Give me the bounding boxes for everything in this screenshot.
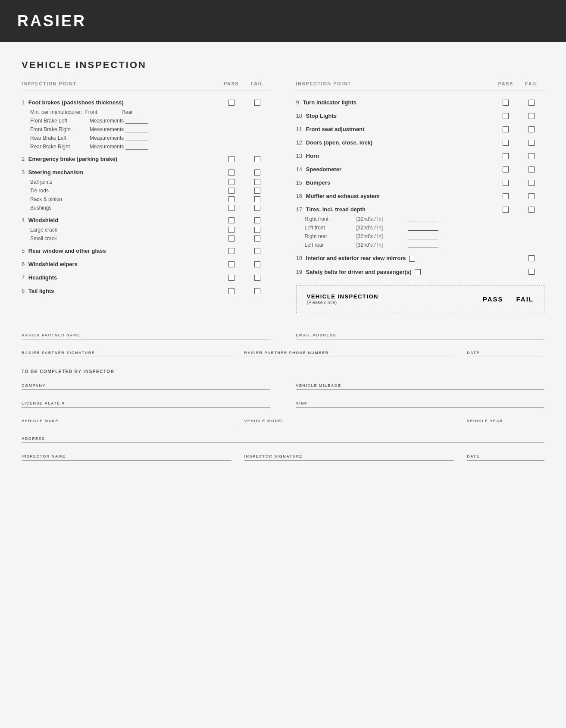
- ball-joints-fail[interactable]: [254, 179, 260, 185]
- inspector-date-label: DATE: [467, 454, 544, 458]
- partner-name-label: RASIER PARTNER NAME: [22, 333, 270, 337]
- inspection-item-5: 5 Rear window and other glass: [22, 245, 270, 256]
- inspection-item-3: 3 Steering mechanism: [22, 167, 270, 178]
- form-row-sig: RASIER PARTNER SIGNATURE RASIER PARTNER …: [22, 344, 544, 361]
- small-crack-pass[interactable]: [228, 235, 235, 242]
- partner-phone-field: RASIER PARTNER PHONE NUMBER: [244, 344, 454, 357]
- item-7-pass-checkbox[interactable]: [228, 275, 235, 281]
- item-6-pass-checkbox[interactable]: [228, 261, 235, 267]
- item-8-fail-checkbox[interactable]: [254, 288, 260, 294]
- item-15-fail-checkbox[interactable]: [528, 180, 535, 186]
- item-2-pass-checkbox[interactable]: [228, 156, 235, 162]
- ball-joints-row: Ball joints: [22, 178, 270, 186]
- item-19-fail-checkbox[interactable]: [528, 269, 535, 275]
- item-10-fail-checkbox[interactable]: [528, 113, 535, 119]
- item-2-fail-checkbox[interactable]: [254, 156, 260, 162]
- left-col-pass: PASS: [219, 81, 244, 86]
- right-column: INSPECTION POINT PASS FAIL 9 Turn indica…: [296, 81, 545, 313]
- inspection-item-17: 17 Tires, incl. tread depth: [296, 204, 545, 215]
- item-18-pass-inline-checkbox[interactable]: [409, 256, 415, 262]
- item-13-fail-checkbox[interactable]: [528, 153, 535, 159]
- tie-rods-fail[interactable]: [254, 188, 260, 194]
- small-crack-fail[interactable]: [254, 235, 260, 242]
- inspector-name-field: INSPECTOR NAME: [22, 447, 231, 461]
- vehicle-model-field: VEHICLE MODEL: [244, 412, 454, 425]
- item-13-pass-checkbox[interactable]: [503, 153, 509, 159]
- summary-fail-label: FAIL: [516, 295, 534, 303]
- inspection-item-18: 18 Interior and exterior rear view mirro…: [296, 253, 545, 264]
- tire-left-rear: Left rear [32nd's / In]: [296, 241, 545, 249]
- form-row-license: LICENSE PLATE # VIN#: [22, 394, 544, 412]
- item-15-pass-checkbox[interactable]: [503, 180, 509, 186]
- item-11-pass-checkbox[interactable]: [503, 126, 509, 132]
- large-crack-row: Large crack: [22, 226, 270, 234]
- vehicle-make-field: VEHICLE MAKE: [22, 412, 231, 425]
- inspection-item-8: 8 Tail lights: [22, 286, 270, 296]
- front-brake-left-row: Front Brake Left Measurements ________: [22, 116, 270, 125]
- bushings-pass[interactable]: [228, 205, 235, 211]
- item-9-pass-checkbox[interactable]: [503, 100, 509, 106]
- item-19-pass-inline-checkbox[interactable]: [415, 269, 421, 275]
- item-10-pass-checkbox[interactable]: [503, 113, 509, 119]
- inspector-name-label: INSPECTOR NAME: [22, 454, 231, 458]
- item-7-fail-checkbox[interactable]: [254, 275, 260, 281]
- item-12-fail-checkbox[interactable]: [528, 140, 535, 146]
- app-title: RASIER: [17, 12, 549, 30]
- make-label: VEHICLE MAKE: [22, 419, 231, 423]
- vehicle-inspection-summary-box: VEHICLE INSPECTION (Please circle) PASS …: [296, 285, 545, 313]
- rack-pinion-fail[interactable]: [254, 196, 260, 202]
- tire-right-rear: Right rear [32nd's / In]: [296, 232, 545, 241]
- item-14-pass-checkbox[interactable]: [503, 166, 509, 173]
- item-1-fail-checkbox[interactable]: [254, 100, 260, 106]
- tire-left-front: Left front [32nd's / In]: [296, 223, 545, 232]
- item-1-pass-checkbox[interactable]: [228, 100, 235, 106]
- item-16-pass-checkbox[interactable]: [503, 193, 509, 199]
- license-label: LICENSE PLATE #: [22, 401, 270, 405]
- left-col-fail: FAIL: [244, 81, 270, 86]
- form-row-vehicle: VEHICLE MAKE VEHICLE MODEL VEHICLE YEAR: [22, 412, 544, 430]
- inspection-item-19: 19 Safety belts for driver and passenger…: [296, 267, 545, 278]
- item-3-pass-checkbox[interactable]: [228, 169, 235, 176]
- inspection-item-4: 4 Windshield: [22, 215, 270, 226]
- summary-box-title: VEHICLE INSPECTION: [307, 293, 378, 300]
- item-9-fail-checkbox[interactable]: [528, 100, 535, 106]
- rack-pinion-pass[interactable]: [228, 196, 235, 202]
- large-crack-pass[interactable]: [228, 227, 235, 233]
- item-8-pass-checkbox[interactable]: [228, 288, 235, 294]
- partner-date-label: DATE: [467, 351, 544, 355]
- item-16-fail-checkbox[interactable]: [528, 193, 535, 199]
- inspection-item-12: 12 Doors (open, close, lock): [296, 137, 545, 148]
- left-col-header: INSPECTION POINT PASS FAIL: [22, 81, 270, 91]
- item-11-fail-checkbox[interactable]: [528, 126, 535, 132]
- year-label: VEHICLE YEAR: [467, 419, 544, 423]
- inspection-grid: INSPECTION POINT PASS FAIL 1 Foot brakes…: [22, 81, 544, 313]
- ball-joints-pass[interactable]: [228, 179, 235, 185]
- item-17-fail-checkbox[interactable]: [528, 207, 535, 213]
- item-5-fail-checkbox[interactable]: [254, 248, 260, 254]
- inspection-item-9: 9 Turn indicator lights: [296, 97, 545, 108]
- inspection-item-1: 1 Foot brakes (pads/shoes thickness): [22, 97, 270, 108]
- inspection-item-14: 14 Speedometer: [296, 164, 545, 175]
- mileage-field: VEHICLE MILEAGE: [296, 377, 545, 390]
- item-17-pass-checkbox[interactable]: [503, 207, 509, 213]
- inspector-sig-field: INSPECTOR SIGNATURE: [244, 447, 454, 461]
- item-18-fail-checkbox[interactable]: [528, 255, 535, 261]
- form-row-1: RASIER PARTNER NAME EMAIL ADDRESS: [22, 326, 544, 344]
- item-3-fail-checkbox[interactable]: [254, 169, 260, 176]
- item-6-fail-checkbox[interactable]: [254, 261, 260, 267]
- item-14-fail-checkbox[interactable]: [528, 166, 535, 173]
- email-field: EMAIL ADDRESS: [296, 326, 545, 339]
- rack-pinion-row: Rack & pinion: [22, 195, 270, 204]
- small-crack-row: Small crack: [22, 234, 270, 243]
- item-5-pass-checkbox[interactable]: [228, 248, 235, 254]
- tie-rods-pass[interactable]: [228, 188, 235, 194]
- tire-right-front: Right front [32nd's / In]: [296, 215, 545, 223]
- item-4-fail-checkbox[interactable]: [254, 217, 260, 223]
- bushings-fail[interactable]: [254, 205, 260, 211]
- inspection-item-2: 2 Emergency brake (parking brake): [22, 154, 270, 164]
- inspection-item-7: 7 Headlights: [22, 272, 270, 283]
- item-12-pass-checkbox[interactable]: [503, 140, 509, 146]
- model-label: VEHICLE MODEL: [244, 419, 454, 423]
- large-crack-fail[interactable]: [254, 227, 260, 233]
- item-4-pass-checkbox[interactable]: [228, 217, 235, 223]
